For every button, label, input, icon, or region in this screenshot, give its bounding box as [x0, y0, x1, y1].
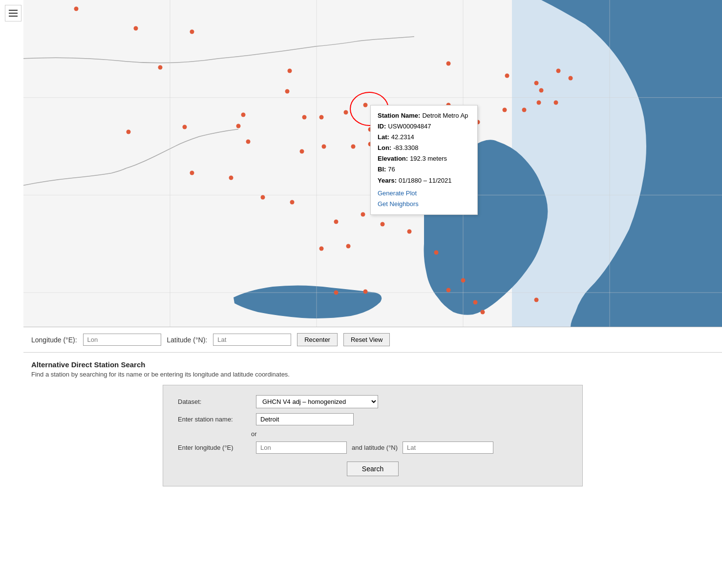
station-name-input[interactable]: [256, 413, 354, 425]
popup-years-value: 01/1880 – 11/2021: [399, 175, 451, 186]
dataset-label: Dataset:: [178, 398, 251, 405]
popup-station-name-label: Station Name:: [378, 110, 420, 121]
station-dot[interactable]: [534, 298, 539, 302]
station-dot[interactable]: [556, 68, 561, 73]
station-dot[interactable]: [285, 89, 290, 93]
station-dot[interactable]: [554, 100, 558, 105]
station-dot[interactable]: [229, 176, 234, 180]
station-dot[interactable]: [534, 81, 539, 85]
station-dot[interactable]: [503, 107, 507, 112]
popup-station-name-value: Detroit Metro Ap: [422, 110, 468, 121]
station-dot[interactable]: [74, 6, 79, 11]
station-dot[interactable]: [246, 139, 251, 144]
lat-input[interactable]: [403, 441, 493, 454]
controls-row: Longitude (°E): Latitude (°N): Recenter …: [23, 327, 722, 353]
or-text: or: [251, 430, 568, 438]
station-dot[interactable]: [473, 300, 478, 305]
search-section-title: Alternative Direct Station Search: [31, 360, 714, 369]
station-dot[interactable]: [461, 278, 466, 283]
station-dot[interactable]: [522, 107, 527, 112]
station-dot[interactable]: [288, 68, 292, 73]
station-dot[interactable]: [537, 100, 541, 105]
longitude-label: Longitude (°E):: [31, 336, 77, 344]
station-dot[interactable]: [481, 310, 485, 315]
station-dot[interactable]: [241, 112, 246, 117]
popup-elevation-value: 192.3 meters: [410, 153, 447, 164]
station-dot[interactable]: [290, 200, 295, 205]
get-neighbors-link[interactable]: Get Neighbors: [378, 200, 419, 208]
reset-view-button[interactable]: Reset View: [343, 333, 390, 346]
search-btn-row: Search: [178, 462, 568, 476]
latitude-input[interactable]: [213, 334, 291, 346]
popup-lat-label: Lat:: [378, 132, 389, 143]
station-dot[interactable]: [363, 290, 368, 294]
station-dot[interactable]: [261, 195, 265, 200]
hamburger-icon: [9, 10, 18, 11]
recenter-button[interactable]: Recenter: [297, 333, 338, 346]
popup-id-label: ID:: [378, 121, 386, 132]
popup-elevation-label: Elevation:: [378, 153, 408, 164]
popup-years-label: Years:: [378, 175, 397, 186]
lon-label: Enter longitude (°E): [178, 444, 251, 451]
search-section-description: Find a station by searching for its name…: [31, 371, 714, 378]
hamburger-icon: [9, 16, 18, 17]
sidebar-toggle-button[interactable]: [5, 5, 21, 21]
dataset-select[interactable]: GHCN V4 adj – homogenized GHCN V4 unadj …: [256, 395, 378, 408]
hamburger-icon: [9, 13, 18, 14]
station-dot[interactable]: [127, 129, 131, 134]
popup-bi-label: BI:: [378, 164, 386, 175]
station-dot[interactable]: [446, 288, 451, 293]
popup-lat-value: 42.2314: [391, 132, 414, 143]
station-dot[interactable]: [158, 65, 163, 69]
popup-lon-value: -83.3308: [393, 143, 418, 153]
popup-bi-value: 76: [388, 164, 395, 175]
search-button[interactable]: Search: [347, 462, 399, 476]
main-container: Station Name: Detroit Metro Ap ID: USW00…: [23, 0, 722, 588]
latitude-label: Latitude (°N):: [167, 336, 208, 344]
station-dot[interactable]: [446, 61, 451, 65]
popup-lon-label: Lon:: [378, 143, 391, 153]
popup-id-value: USW00094847: [388, 121, 431, 132]
station-dot[interactable]: [183, 125, 187, 129]
station-dot[interactable]: [351, 144, 356, 148]
lat-label: and latitude (°N): [352, 444, 398, 451]
station-dot[interactable]: [134, 26, 138, 30]
station-dot[interactable]: [302, 115, 307, 119]
station-dot[interactable]: [190, 171, 194, 175]
dataset-row: Dataset: GHCN V4 adj – homogenized GHCN …: [178, 395, 568, 408]
station-name-label: Enter station name:: [178, 416, 251, 423]
station-dot[interactable]: [346, 244, 351, 249]
station-dot[interactable]: [361, 212, 365, 217]
station-dot[interactable]: [190, 29, 194, 34]
station-dot[interactable]: [334, 291, 339, 295]
lonlat-row: Enter longitude (°E) and latitude (°N): [178, 441, 568, 454]
station-dot[interactable]: [299, 149, 304, 153]
station-dot[interactable]: [236, 124, 241, 128]
generate-plot-link[interactable]: Generate Plot: [378, 189, 417, 197]
station-dot[interactable]: [434, 251, 439, 255]
map-area[interactable]: Station Name: Detroit Metro Ap ID: USW00…: [23, 0, 722, 327]
station-dot[interactable]: [569, 76, 573, 80]
station-popup: Station Name: Detroit Metro Ap ID: USW00…: [370, 105, 478, 215]
station-name-row: Enter station name:: [178, 413, 568, 425]
station-dot[interactable]: [322, 144, 326, 148]
station-dot[interactable]: [344, 110, 348, 114]
station-dot[interactable]: [319, 115, 323, 119]
search-form-box: Dataset: GHCN V4 adj – homogenized GHCN …: [163, 385, 583, 486]
station-dot[interactable]: [407, 230, 412, 234]
lon-input[interactable]: [256, 441, 347, 454]
station-dot[interactable]: [505, 73, 509, 78]
search-section: Alternative Direct Station Search Find a…: [23, 353, 722, 588]
station-dot[interactable]: [363, 103, 368, 107]
station-dot[interactable]: [539, 88, 544, 92]
station-dot[interactable]: [319, 247, 323, 251]
station-dot[interactable]: [334, 220, 339, 224]
station-dot[interactable]: [381, 222, 385, 227]
longitude-input[interactable]: [83, 334, 161, 346]
